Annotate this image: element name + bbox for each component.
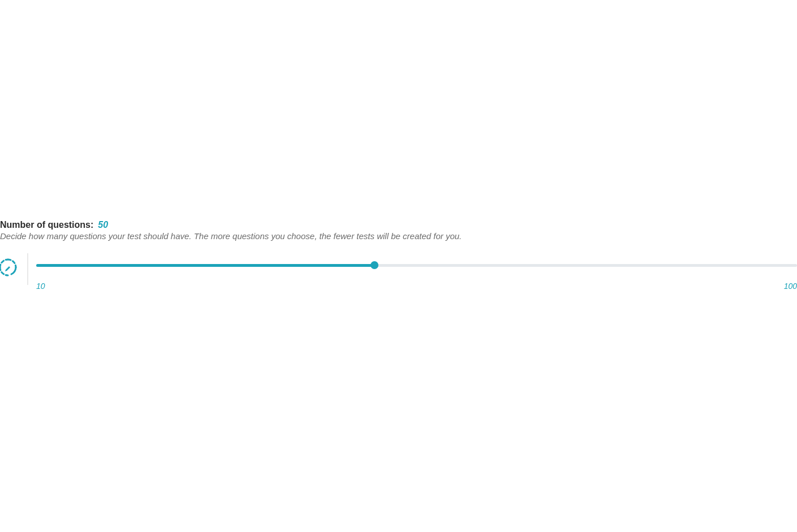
question-count-slider[interactable]: [36, 261, 797, 269]
slider-fill: [36, 264, 374, 267]
slider-max-label: 100: [784, 282, 797, 291]
slider-min-label: 10: [36, 282, 45, 291]
question-count-value: 50: [98, 220, 108, 230]
question-count-label: Number of questions:: [0, 220, 93, 230]
slider-thumb[interactable]: [371, 261, 378, 269]
gauge-edit-icon: [0, 257, 19, 278]
question-count-description: Decide how many questions your test shou…: [0, 231, 797, 241]
vertical-divider: [27, 253, 28, 285]
